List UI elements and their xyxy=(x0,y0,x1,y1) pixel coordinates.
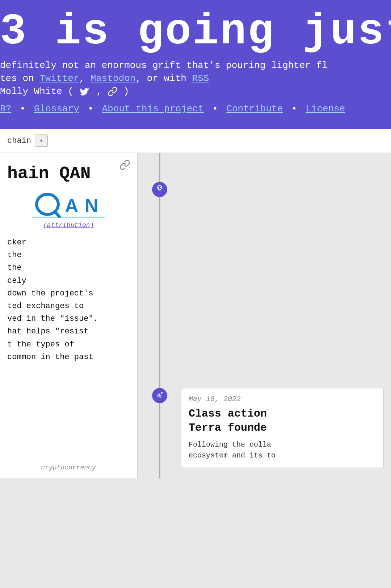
left-panel: hain QAN A N (attribution) cker the the … xyxy=(0,153,138,478)
nav-about-link[interactable]: About this project xyxy=(102,103,204,114)
desc-cker: cker xyxy=(7,238,26,247)
svg-text:N: N xyxy=(85,195,98,216)
desc-down: down the project's xyxy=(7,289,93,298)
desc-ted: ted exchanges to xyxy=(7,302,84,311)
timeline-line xyxy=(159,153,160,478)
mastodon-link[interactable]: Mastodon xyxy=(91,73,136,84)
twitter-link[interactable]: Twitter xyxy=(39,73,79,84)
twitter-icon xyxy=(80,86,90,97)
nav-dot-4: • xyxy=(291,103,303,114)
desc-ved: ved in the "issue". xyxy=(7,314,98,323)
desc-the-2: the xyxy=(7,263,22,272)
nav-contribute-link[interactable]: Contribute xyxy=(226,103,283,114)
chevron-down-icon: ▾ xyxy=(39,137,43,144)
main-content: hain QAN A N (attribution) cker the the … xyxy=(0,153,391,478)
rss-link[interactable]: RSS xyxy=(192,73,209,84)
nav-license-link[interactable]: License xyxy=(306,103,345,114)
event-date: May 18, 2022 xyxy=(189,395,376,403)
project-title: hain QAN xyxy=(7,164,130,183)
author-separator: , xyxy=(96,86,108,97)
event-title: Class actionTerra founde xyxy=(189,407,376,435)
desc-cely: cely xyxy=(7,276,26,285)
header-follow-line: tes on Twitter, Mastodon, or with RSS xyxy=(0,71,391,84)
skull-timeline-node[interactable] xyxy=(152,182,167,197)
desc-hat: hat helps "resist xyxy=(7,327,88,336)
timeline-event-1: May 18, 2022 Class actionTerra founde Fo… xyxy=(181,388,384,468)
svg-point-5 xyxy=(158,187,159,188)
header-author-line: Molly White ( , ) xyxy=(0,84,391,97)
author-name: Molly White ( xyxy=(0,86,73,97)
gavel-icon xyxy=(156,391,164,401)
follow-or: or xyxy=(147,73,164,84)
qan-logo: A N xyxy=(32,191,105,220)
header-nav: B? • Glossary • About this project • Con… xyxy=(0,97,391,114)
nav-item-b[interactable]: B? xyxy=(0,103,11,114)
author-close: ) xyxy=(123,86,129,97)
desc-types: t the types of xyxy=(7,340,74,349)
filter-label: chain xyxy=(7,136,31,145)
nav-dot-2: • xyxy=(88,103,99,114)
project-link-icon[interactable] xyxy=(119,159,130,173)
filter-bar: chain ▾ xyxy=(0,129,391,153)
desc-the-1: the xyxy=(7,251,22,260)
svg-point-6 xyxy=(160,187,161,188)
project-description: cker the the cely down the project's ted… xyxy=(7,236,130,363)
header-big-title: 3 is going just g xyxy=(0,0,391,56)
svg-text:A: A xyxy=(65,195,79,216)
desc-common: common in the past xyxy=(7,353,93,362)
attribution-link[interactable]: (attribution) xyxy=(43,222,94,229)
gavel-timeline-node[interactable] xyxy=(152,388,167,403)
header-banner: 3 is going just g definitely not an enor… xyxy=(0,0,391,129)
follow-text-prefix: tes on xyxy=(0,73,39,84)
project-logo-area: A N (attribution) xyxy=(7,191,130,229)
filter-dropdown[interactable]: ▾ xyxy=(35,135,48,147)
nav-dot-1: • xyxy=(20,103,31,114)
svg-line-1 xyxy=(55,212,59,217)
skull-icon xyxy=(156,184,164,195)
project-tag: cryptocurrency xyxy=(0,464,137,471)
link-icon-author xyxy=(108,86,118,97)
event-body: Following the collaecosystem and its to xyxy=(189,439,376,461)
header-subtitle: definitely not an enormous grift that's … xyxy=(0,56,391,71)
nav-dot-3: • xyxy=(212,103,223,114)
nav-glossary-link[interactable]: Glossary xyxy=(34,103,79,114)
timeline-area: May 18, 2022 Class actionTerra founde Fo… xyxy=(138,153,391,478)
follow-with: with xyxy=(164,73,192,84)
